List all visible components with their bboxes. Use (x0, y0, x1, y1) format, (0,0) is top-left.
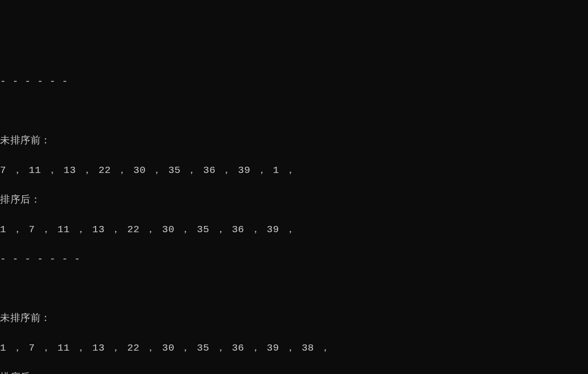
output-line: 1 ， 7 ， 11 ， 13 ， 22 ， 30 ， 35 ， 36 ， 39… (0, 341, 588, 356)
output-line: - - - - - - (0, 74, 588, 89)
output-line: - - - - - - - (0, 252, 588, 267)
output-line (0, 104, 588, 119)
output-line: 排序后： (0, 193, 588, 208)
output-line (0, 282, 588, 297)
output-line: 未排序前： (0, 311, 588, 326)
output-line: 排序后： (0, 370, 588, 375)
output-line: 7 ， 11 ， 13 ， 22 ， 30 ， 35 ， 36 ， 39 ， 1… (0, 163, 588, 178)
output-line: 1 ， 7 ， 11 ， 13 ， 22 ， 30 ， 35 ， 36 ， 39… (0, 222, 588, 237)
output-line: 未排序前： (0, 133, 588, 149)
terminal-output: - - - - - - 未排序前： 7 ， 11 ， 13 ， 22 ， 30 … (0, 59, 588, 374)
